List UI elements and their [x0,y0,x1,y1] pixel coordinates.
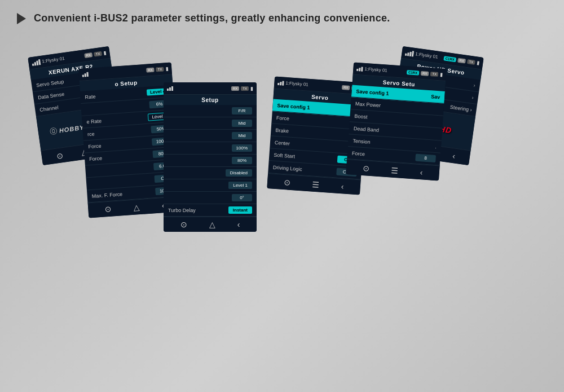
menu-80pct-3[interactable]: 80% [164,155,257,167]
screen-powerhd-setup: 1:Flysky 01 C1RX RX TX ▮ Servo Setu Save… [346,62,446,180]
label-brake-4: Brake [275,127,289,134]
screen2-status-indicators: RX TX ▮ [146,65,169,73]
rx-indicator-3: RX [231,86,239,91]
label-rce: rce [87,131,95,137]
menu-fr[interactable]: F/R [164,105,257,117]
screen4-status: 1:Flysky 01 [285,81,309,87]
signal-bars-2 [82,72,89,77]
tx-indicator-6: TX [430,72,438,77]
signal-bars-3 [167,86,173,91]
signal-bars-4 [277,80,284,85]
footer-icon-circle[interactable]: ⊙ [56,151,64,161]
header-section: Convenient i-BUS2 parameter settings, gr… [0,0,564,34]
footer-icon-circle-4[interactable]: ⊙ [284,178,291,187]
screen1-status-indicators: RX TX ▮ [84,50,107,58]
label-soft-start: Soft Start [274,152,295,159]
hw-symbol: ⓪ [49,126,58,137]
arrow-servo-setup-5: › [473,82,475,88]
label-rate: Rate [85,94,96,100]
rx-indicator: RX [84,52,92,58]
value-save-6: Sav [431,94,440,100]
label-force-6: Force [352,150,365,157]
tx-indicator: TX [94,51,102,56]
rx-indicator-6: RX [421,71,429,76]
footer-icon-menu-6[interactable]: ☰ [391,166,399,175]
label-driving-logic: Driving Logic [273,164,303,172]
label-max-power: Max Power [355,100,381,108]
signal-bars [32,59,41,66]
rx-indicator-5: RX [457,58,466,63]
label-tension: Tension [352,138,371,144]
screen3-header: RX TX ▮ [164,82,257,95]
footer-icon-circle-6[interactable]: ⊙ [363,164,370,173]
label-turbo-delay: Turbo Delay [168,208,196,213]
footer-icon-circle-3[interactable]: ⊙ [180,220,187,229]
label-dead-band: Dead Band [354,125,380,133]
value-80pct-3: 80% [232,157,252,164]
footer-icon-circle-2[interactable]: ⊙ [104,205,112,214]
header-text: Convenient i-BUS2 parameter settings, gr… [34,12,390,24]
label-boost: Boost [354,113,368,120]
screen3-title: Setup [164,95,257,105]
label-force-80: Force [89,155,103,162]
label-center-4: Center [275,139,290,146]
battery-icon-6: ▮ [440,72,443,77]
rx-indicator-4: RX [342,85,350,90]
screen-center-setup: RX TX ▮ Setup F/R Mid Mid 100% 80% [164,82,257,232]
value-force-6: 8 [415,154,436,162]
tx-indicator-3: TX [241,86,249,91]
arrow-data-sense-5: › [472,94,474,100]
value-mid1: Mid [232,120,252,127]
footer-icon-back-3[interactable]: ‹ [237,220,240,229]
value-100pct-3: 100% [232,144,252,152]
tx-indicator-2: TX [156,67,164,72]
c1rx-indicator-5: C1RX [443,56,456,62]
tx-indicator-5: TX [467,59,475,65]
screen6-status-indicators: C1RX RX TX ▮ [407,69,443,77]
menu-label-data-sense: Data Sense [38,91,65,100]
footer-icon-triangle-2[interactable]: △ [133,202,140,212]
battery-icon-2: ▮ [165,65,169,71]
value-level1-3: Level 1 [228,182,252,189]
screen3-status-indicators: RX TX ▮ [231,86,253,91]
rx-indicator-2: RX [146,67,155,72]
menu-label-servo-setup: Servo Setup [36,78,64,88]
value-0deg: 0° [232,194,252,201]
menu-level1-3[interactable]: Level 1 [164,179,257,192]
menu-disabled[interactable]: Disabled [164,167,257,179]
label-max-f-force: Max. F. Force [91,191,122,199]
menu-100pct-3[interactable]: 100% [164,142,257,155]
value-mid2: Mid [232,132,252,139]
label-force-100: Force [88,143,102,149]
value-disabled: Disabled [226,169,252,177]
label-e-rate: e Rate [86,118,102,125]
menu-label-channel: Channel [39,104,59,113]
battery-icon-3: ▮ [250,86,253,91]
screen3-footer: ⊙ △ ‹ [164,217,257,232]
signal-bars-5 [405,50,414,56]
footer-icon-triangle-3[interactable]: △ [209,220,215,229]
value-fr: F/R [232,107,252,114]
screen5-status: 1:Flysky 01 [415,51,438,60]
value-tension: . [435,143,437,149]
footer-icon-back-6[interactable]: ‹ [420,168,423,177]
label-save-config-6: Save config 1 [356,88,389,96]
screen5-status-indicators: C1RX RX TX ▮ [443,55,480,66]
battery-icon-5: ▮ [477,60,480,66]
screen6-status: 1:Flysky 01 [364,67,387,73]
menu-0deg[interactable]: 0° [164,192,257,204]
signal-bars-6 [356,66,363,71]
screen1-status-left: 1:Flysky 01 [42,56,65,64]
battery-icon: ▮ [103,50,107,56]
menu-mid-1[interactable]: Mid [164,117,257,130]
footer-icon-menu-4[interactable]: ☰ [312,180,320,190]
footer-icon-back-5[interactable]: ‹ [452,151,456,160]
label-save-config: Save config 1 [277,102,310,110]
footer-icon-back-4[interactable]: ‹ [341,182,344,191]
menu-mid-2[interactable]: Mid [164,130,257,142]
screens-container: 1:Flysky 01 RX TX ▮ XERUN AXE R2 Servo S… [0,34,564,362]
menu-turbo-delay[interactable]: Turbo Delay Instant [164,204,257,217]
value-instant: Instant [228,206,252,214]
label-force-4: Force [276,114,290,121]
c1rx-indicator-6: C1RX [407,70,420,76]
